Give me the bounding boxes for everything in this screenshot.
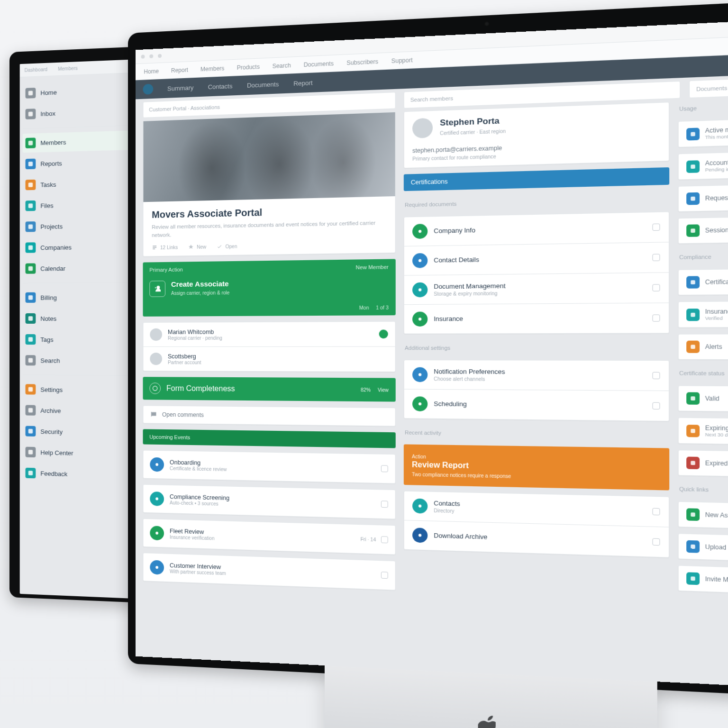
svg-rect-12 — [28, 358, 33, 363]
checkbox[interactable] — [652, 314, 660, 321]
sidebar-label: Files — [40, 202, 53, 209]
metric-card[interactable]: Sessions514 — [678, 214, 728, 244]
metric-card[interactable]: Upload Document — [678, 533, 728, 565]
sidebar-label: Notes — [40, 315, 56, 322]
sidebar-icon — [26, 88, 36, 99]
svg-rect-10 — [28, 316, 33, 320]
event-card[interactable]: OnboardingCertificate & licence review — [143, 450, 395, 484]
sidebar-icon — [26, 313, 36, 324]
topbar-item[interactable]: Report — [171, 66, 188, 74]
checkbox[interactable] — [381, 572, 388, 579]
svg-rect-43 — [691, 576, 695, 581]
sidebar-icon — [26, 447, 36, 458]
list-row[interactable]: Scheduling — [404, 389, 669, 421]
middle-column: Stephen PortaCertified carrier · East re… — [404, 102, 669, 601]
metric-card[interactable]: Alerts12 — [678, 334, 728, 360]
person-row[interactable]: Marian WhitcombRegional carrier · pendin… — [143, 322, 395, 346]
callout-card[interactable]: Action Review Report Two compliance noti… — [404, 444, 669, 490]
topbar-item[interactable]: Home — [144, 68, 159, 75]
svg-point-27 — [419, 373, 421, 376]
svg-rect-35 — [691, 280, 695, 284]
nav-item[interactable]: Documents — [247, 80, 279, 89]
svg-point-21 — [155, 532, 158, 535]
right-header: Certificate status — [678, 366, 728, 380]
event-icon — [150, 491, 164, 506]
event-card[interactable]: Fleet ReviewInsurance verificationFri · … — [143, 519, 395, 555]
metric-card[interactable]: Active membersThis month1,248 — [678, 115, 728, 147]
row-icon — [412, 312, 428, 327]
checkbox[interactable] — [652, 538, 660, 546]
hero-card: Movers Associate Portal Review all membe… — [143, 112, 395, 257]
list-row[interactable]: Insurance — [404, 302, 669, 333]
svg-rect-42 — [691, 545, 695, 549]
event-icon — [150, 457, 164, 472]
avatar — [150, 328, 162, 341]
svg-rect-1 — [28, 112, 33, 117]
checkbox[interactable] — [652, 508, 660, 516]
metric-icon — [686, 540, 700, 553]
event-card[interactable]: Compliance ScreeningAuto-check • 3 sourc… — [143, 484, 395, 519]
metric-card[interactable]: New Associate — [678, 501, 728, 532]
metric-card[interactable]: Valid168 — [678, 385, 728, 413]
checkbox[interactable] — [381, 465, 388, 472]
person-row[interactable]: ScottsbergPartner account — [143, 346, 395, 372]
list-row[interactable]: Document ManagementStorage & expiry moni… — [404, 272, 669, 304]
front-screen: HomeReportMembersProductsSearchDocuments… — [136, 15, 728, 692]
svg-point-19 — [155, 463, 158, 466]
checkbox[interactable] — [381, 536, 388, 543]
svg-rect-33 — [691, 197, 695, 201]
sidebar-label: Help Center — [40, 449, 73, 456]
topbar-item[interactable]: Documents — [304, 60, 334, 68]
progress-bar-card[interactable]: Form Completeness 82%View — [143, 377, 395, 401]
svg-rect-8 — [28, 266, 33, 271]
topbar-item[interactable]: Members — [200, 65, 224, 73]
checkbox[interactable] — [652, 224, 660, 231]
primary-action-card[interactable]: Primary ActionNew Member Create Associat… — [143, 259, 395, 316]
sidebar-label: Security — [40, 428, 63, 436]
list-row[interactable]: Download Archive — [404, 520, 669, 557]
sidebar-label: Reports — [40, 160, 62, 167]
profile-sub: Certified carrier · East region — [440, 128, 506, 136]
checkbox[interactable] — [381, 500, 388, 508]
metric-card[interactable]: ExpiringNext 30 days15 — [678, 418, 728, 446]
list-row[interactable]: Notification PreferencesChoose alert cha… — [404, 360, 669, 391]
tab-active[interactable]: Certifications — [404, 167, 669, 191]
list-row[interactable]: Company Info — [404, 212, 669, 246]
sidebar-label: Archive — [40, 407, 61, 414]
checkbox[interactable] — [652, 372, 660, 379]
sidebar-icon — [26, 292, 36, 303]
filter-select[interactable]: Documents — [689, 73, 728, 98]
topbar-item[interactable]: Products — [237, 63, 260, 71]
event-icon — [150, 560, 164, 575]
svg-rect-15 — [28, 429, 33, 434]
checkbox[interactable] — [652, 254, 660, 261]
checkbox[interactable] — [652, 402, 660, 410]
nav-item[interactable]: Summary — [167, 84, 194, 92]
metric-card[interactable]: Expired3 — [678, 450, 728, 479]
section-label: Additional settings — [404, 340, 669, 354]
nav-item[interactable]: Report — [293, 79, 312, 87]
sidebar-icon — [26, 384, 36, 394]
metric-card[interactable]: Requests86 — [678, 182, 728, 212]
sidebar-label: Feedback — [40, 470, 67, 477]
checkbox[interactable] — [652, 284, 660, 291]
right-header: Quick links — [678, 482, 728, 499]
window-dot — [149, 54, 153, 58]
hero-title: Movers Associate Portal — [152, 204, 386, 220]
topbar-item[interactable]: Subscribers — [346, 58, 378, 66]
metric-card[interactable]: Insurance RecordsVerified1,026 — [678, 300, 728, 328]
metric-group: Valid168ExpiringNext 30 days15Expired3 — [678, 385, 728, 479]
event-card[interactable]: Customer InterviewWith partner success t… — [143, 553, 395, 591]
status-dot — [379, 329, 388, 338]
list-row[interactable]: Contact Details — [404, 242, 669, 275]
sidebar-label: Calendar — [40, 264, 65, 272]
metric-card[interactable]: Invite Member — [678, 565, 728, 598]
comments-card[interactable]: Open comments — [143, 405, 395, 426]
metric-card[interactable]: Account BalancePending invoices24,180 — [678, 148, 728, 180]
sidebar-icon — [26, 221, 36, 232]
sidebar-label: Billing — [40, 294, 57, 301]
topbar-item[interactable]: Search — [273, 62, 291, 69]
nav-item[interactable]: Contacts — [208, 82, 233, 90]
metric-card[interactable]: Certifications184 — [678, 267, 728, 295]
topbar-item[interactable]: Support — [391, 56, 413, 64]
